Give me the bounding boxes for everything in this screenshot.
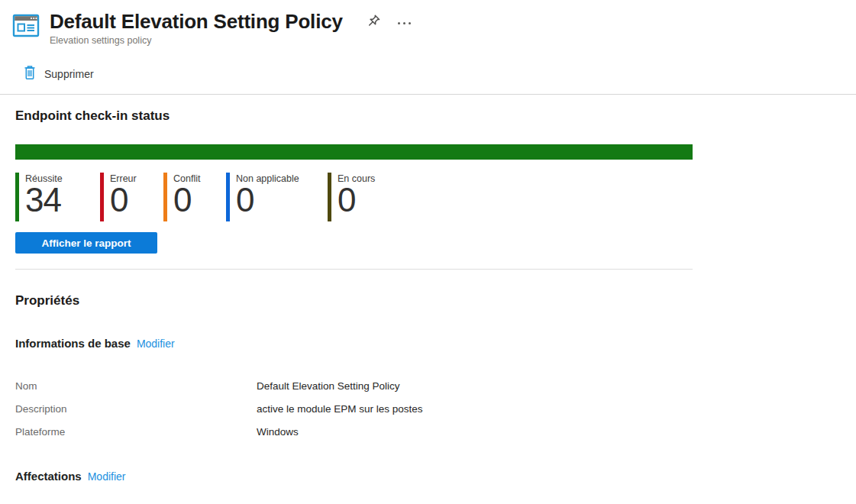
status-section-divider: [15, 269, 693, 270]
checkin-stats: Réussite 34 Erreur 0 Conflit 0 Non appli…: [15, 173, 693, 221]
page-header: Default Elevation Setting Policy Elevati…: [0, 0, 856, 46]
more-ellipsis-icon: [398, 22, 411, 24]
row-label: Nom: [15, 380, 257, 403]
stat-color-bar: [226, 173, 230, 221]
stat-en-cours: En cours 0: [328, 173, 375, 221]
pin-button[interactable]: [364, 14, 383, 34]
policy-window-icon: [11, 10, 41, 40]
row-value: Windows: [257, 426, 299, 449]
stat-reussite: Réussite 34: [15, 173, 100, 221]
checkin-status-heading: Endpoint check-in status: [15, 108, 693, 124]
page-subtitle: Elevation settings policy: [50, 35, 343, 46]
toolbar-divider: [0, 94, 856, 95]
stat-conflit: Conflit 0: [163, 173, 226, 221]
pin-icon: [364, 23, 383, 34]
stat-non-applicable: Non applicable 0: [226, 173, 328, 221]
stat-color-bar: [100, 173, 104, 221]
assignments-edit-link[interactable]: Modifier: [88, 470, 126, 483]
basic-info-edit-link[interactable]: Modifier: [137, 338, 175, 350]
row-label: Plateforme: [15, 426, 257, 449]
row-value: Default Elevation Setting Policy: [257, 380, 400, 403]
stat-value: 0: [173, 183, 200, 218]
table-row: Description active le module EPM sur les…: [15, 403, 693, 426]
stat-color-bar: [15, 173, 19, 221]
page-title: Default Elevation Setting Policy: [50, 10, 343, 33]
row-label: Description: [15, 403, 257, 426]
delete-command[interactable]: Supprimer: [23, 65, 94, 83]
stat-color-bar: [328, 173, 331, 221]
assignments-heading: Affectations: [15, 470, 82, 483]
stat-value: 0: [110, 183, 137, 218]
basic-info-table: Nom Default Elevation Setting Policy Des…: [15, 380, 693, 449]
stat-value: 34: [25, 183, 63, 218]
checkin-progress-bar: [15, 144, 693, 160]
main-content: Endpoint check-in status Réussite 34 Err…: [15, 108, 693, 483]
basic-info-heading: Informations de base: [15, 337, 131, 350]
table-row: Plateforme Windows: [15, 426, 693, 449]
stat-erreur: Erreur 0: [100, 173, 163, 221]
stat-value: 0: [236, 183, 299, 218]
stat-value: 0: [338, 183, 375, 218]
trash-icon: [23, 65, 37, 83]
more-button[interactable]: [398, 22, 411, 24]
basic-info-header: Informations de base Modifier: [15, 337, 693, 350]
assignments-header: Affectations Modifier: [15, 470, 693, 483]
row-value: active le module EPM sur les postes: [257, 403, 423, 426]
show-report-button[interactable]: Afficher le rapport: [15, 232, 157, 254]
stat-color-bar: [163, 173, 167, 221]
table-row: Nom Default Elevation Setting Policy: [15, 380, 693, 403]
delete-command-label: Supprimer: [44, 68, 94, 80]
properties-heading: Propriétés: [15, 293, 693, 309]
